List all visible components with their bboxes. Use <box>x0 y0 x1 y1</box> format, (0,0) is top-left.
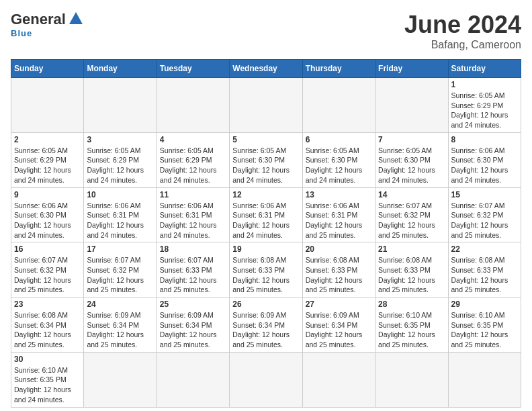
day-number: 6 <box>306 135 372 144</box>
day-number: 11 <box>160 190 226 199</box>
day-number: 5 <box>232 135 299 144</box>
day-info: Sunrise: 6:06 AMSunset: 6:31 PMDaylight:… <box>160 201 226 240</box>
week-row-3: 9Sunrise: 6:06 AMSunset: 6:30 PMDaylight… <box>11 187 521 242</box>
calendar-cell <box>230 78 302 133</box>
calendar-cell: 16Sunrise: 6:07 AMSunset: 6:32 PMDayligh… <box>11 242 84 298</box>
day-info: Sunrise: 6:08 AMSunset: 6:33 PMDaylight:… <box>306 255 372 295</box>
calendar-cell <box>157 352 229 407</box>
calendar-cell: 11Sunrise: 6:06 AMSunset: 6:31 PMDayligh… <box>157 187 229 242</box>
calendar-cell: 2Sunrise: 6:05 AMSunset: 6:29 PMDaylight… <box>11 132 84 187</box>
week-row-4: 16Sunrise: 6:07 AMSunset: 6:32 PMDayligh… <box>11 242 521 298</box>
day-info: Sunrise: 6:09 AMSunset: 6:34 PMDaylight:… <box>306 310 372 350</box>
calendar-cell <box>302 78 375 133</box>
calendar-cell <box>157 78 229 133</box>
calendar-cell: 18Sunrise: 6:07 AMSunset: 6:33 PMDayligh… <box>157 242 229 298</box>
header: General Blue June 2024 Bafang, Cameroon <box>11 11 521 51</box>
day-number: 12 <box>232 190 299 199</box>
day-number: 8 <box>451 135 518 144</box>
col-wednesday: Wednesday <box>230 60 302 78</box>
calendar-cell: 4Sunrise: 6:05 AMSunset: 6:29 PMDaylight… <box>157 132 229 187</box>
day-info: Sunrise: 6:07 AMSunset: 6:32 PMDaylight:… <box>378 201 445 240</box>
calendar-cell <box>84 352 157 407</box>
calendar-cell <box>375 78 448 133</box>
day-info: Sunrise: 6:06 AMSunset: 6:31 PMDaylight:… <box>306 201 372 240</box>
header-row: Sunday Monday Tuesday Wednesday Thursday… <box>11 60 521 78</box>
day-info: Sunrise: 6:06 AMSunset: 6:31 PMDaylight:… <box>232 201 299 240</box>
day-number: 1 <box>451 80 518 89</box>
col-tuesday: Tuesday <box>157 60 229 78</box>
day-info: Sunrise: 6:07 AMSunset: 6:32 PMDaylight:… <box>451 201 518 240</box>
calendar-cell: 29Sunrise: 6:10 AMSunset: 6:35 PMDayligh… <box>448 298 521 353</box>
day-number: 20 <box>306 244 372 254</box>
calendar-cell: 1Sunrise: 6:05 AMSunset: 6:29 PMDaylight… <box>448 78 521 133</box>
calendar-cell: 19Sunrise: 6:08 AMSunset: 6:33 PMDayligh… <box>230 242 302 298</box>
day-number: 23 <box>14 300 81 309</box>
logo-blue-label: Blue <box>11 28 32 38</box>
day-info: Sunrise: 6:07 AMSunset: 6:33 PMDaylight:… <box>160 255 226 295</box>
day-number: 29 <box>451 300 518 309</box>
day-info: Sunrise: 6:10 AMSunset: 6:35 PMDaylight:… <box>378 310 445 350</box>
calendar-cell: 21Sunrise: 6:08 AMSunset: 6:33 PMDayligh… <box>375 242 448 298</box>
day-number: 22 <box>451 244 518 254</box>
day-number: 17 <box>87 244 153 254</box>
calendar-cell: 25Sunrise: 6:09 AMSunset: 6:34 PMDayligh… <box>157 298 229 353</box>
calendar-cell: 24Sunrise: 6:09 AMSunset: 6:34 PMDayligh… <box>84 298 157 353</box>
day-number: 18 <box>160 244 226 254</box>
day-info: Sunrise: 6:10 AMSunset: 6:35 PMDaylight:… <box>451 310 518 350</box>
day-info: Sunrise: 6:08 AMSunset: 6:34 PMDaylight:… <box>14 310 81 350</box>
page-container: General Blue June 2024 Bafang, Cameroon … <box>11 11 521 408</box>
calendar-cell: 27Sunrise: 6:09 AMSunset: 6:34 PMDayligh… <box>302 298 375 353</box>
day-info: Sunrise: 6:05 AMSunset: 6:29 PMDaylight:… <box>451 91 518 130</box>
calendar-cell: 9Sunrise: 6:06 AMSunset: 6:30 PMDaylight… <box>11 187 84 242</box>
day-number: 14 <box>378 190 445 199</box>
month-title: June 2024 <box>404 11 521 39</box>
title-area: June 2024 Bafang, Cameroon <box>404 11 521 51</box>
day-number: 10 <box>87 190 153 199</box>
day-info: Sunrise: 6:05 AMSunset: 6:30 PMDaylight:… <box>232 146 299 185</box>
day-number: 27 <box>306 300 372 309</box>
day-info: Sunrise: 6:07 AMSunset: 6:32 PMDaylight:… <box>14 255 81 295</box>
logo-icon: General <box>11 11 83 28</box>
week-row-1: 1Sunrise: 6:05 AMSunset: 6:29 PMDaylight… <box>11 78 521 133</box>
col-thursday: Thursday <box>302 60 375 78</box>
day-number: 2 <box>14 135 81 144</box>
day-number: 7 <box>378 135 445 144</box>
calendar-cell: 7Sunrise: 6:05 AMSunset: 6:30 PMDaylight… <box>375 132 448 187</box>
calendar-cell: 12Sunrise: 6:06 AMSunset: 6:31 PMDayligh… <box>230 187 302 242</box>
calendar-cell <box>11 78 84 133</box>
calendar-cell <box>230 352 302 407</box>
logo-blue-triangle <box>69 11 83 28</box>
calendar-cell: 6Sunrise: 6:05 AMSunset: 6:30 PMDaylight… <box>302 132 375 187</box>
calendar-cell: 15Sunrise: 6:07 AMSunset: 6:32 PMDayligh… <box>448 187 521 242</box>
calendar-cell: 17Sunrise: 6:07 AMSunset: 6:32 PMDayligh… <box>84 242 157 298</box>
location-title: Bafang, Cameroon <box>404 39 521 51</box>
calendar-cell: 22Sunrise: 6:08 AMSunset: 6:33 PMDayligh… <box>448 242 521 298</box>
week-row-5: 23Sunrise: 6:08 AMSunset: 6:34 PMDayligh… <box>11 298 521 353</box>
day-number: 19 <box>232 244 299 254</box>
svg-marker-0 <box>69 12 83 24</box>
day-number: 3 <box>87 135 153 144</box>
calendar-cell: 10Sunrise: 6:06 AMSunset: 6:31 PMDayligh… <box>84 187 157 242</box>
day-number: 24 <box>87 300 153 309</box>
day-number: 21 <box>378 244 445 254</box>
day-info: Sunrise: 6:09 AMSunset: 6:34 PMDaylight:… <box>160 310 226 350</box>
logo-general-text: General <box>11 11 66 28</box>
calendar-cell: 20Sunrise: 6:08 AMSunset: 6:33 PMDayligh… <box>302 242 375 298</box>
calendar-cell: 8Sunrise: 6:06 AMSunset: 6:30 PMDaylight… <box>448 132 521 187</box>
calendar-cell <box>302 352 375 407</box>
day-info: Sunrise: 6:10 AMSunset: 6:35 PMDaylight:… <box>14 365 81 405</box>
calendar-cell: 5Sunrise: 6:05 AMSunset: 6:30 PMDaylight… <box>230 132 302 187</box>
day-info: Sunrise: 6:06 AMSunset: 6:30 PMDaylight:… <box>451 146 518 185</box>
calendar-cell: 3Sunrise: 6:05 AMSunset: 6:29 PMDaylight… <box>84 132 157 187</box>
day-info: Sunrise: 6:06 AMSunset: 6:30 PMDaylight:… <box>14 201 81 240</box>
week-row-2: 2Sunrise: 6:05 AMSunset: 6:29 PMDaylight… <box>11 132 521 187</box>
calendar-cell: 28Sunrise: 6:10 AMSunset: 6:35 PMDayligh… <box>375 298 448 353</box>
day-number: 15 <box>451 190 518 199</box>
day-number: 28 <box>378 300 445 309</box>
day-number: 4 <box>160 135 226 144</box>
day-number: 9 <box>14 190 81 199</box>
day-info: Sunrise: 6:08 AMSunset: 6:33 PMDaylight:… <box>378 255 445 295</box>
day-info: Sunrise: 6:05 AMSunset: 6:30 PMDaylight:… <box>306 146 372 185</box>
day-number: 13 <box>306 190 372 199</box>
calendar-cell: 13Sunrise: 6:06 AMSunset: 6:31 PMDayligh… <box>302 187 375 242</box>
